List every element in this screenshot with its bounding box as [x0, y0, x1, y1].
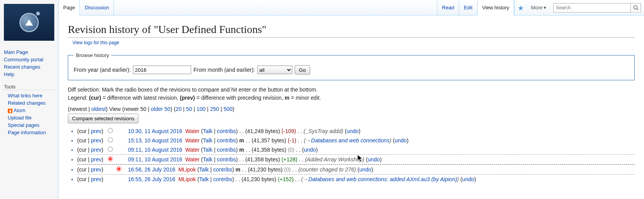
diff-radio-new[interactable] [116, 166, 121, 171]
revision-row: (cur | prev) 10:30, 11 August 2016 Water… [77, 126, 635, 136]
tab-page[interactable]: Page [59, 0, 80, 16]
section-link[interactable]: Databases and web connections: added AXm… [308, 176, 457, 182]
contribs-link[interactable]: contribs [213, 166, 232, 173]
tool-link[interactable]: Related changes [8, 100, 46, 106]
tool-link[interactable]: Upload file [8, 115, 31, 121]
talk-link[interactable]: Talk [203, 147, 212, 153]
revision-row: (cur | prev) 09:11, 10 August 2016 Water… [77, 154, 635, 164]
byte-delta: (0) [284, 166, 291, 173]
compare-button[interactable]: Compare selected revisions [68, 114, 138, 123]
diff-radio-old[interactable] [108, 128, 113, 133]
prev-link[interactable]: prev [91, 147, 102, 153]
undo-link[interactable]: undo [462, 176, 474, 182]
contribs-link[interactable]: contribs [213, 176, 232, 182]
view-logs-link[interactable]: View logs for this page [73, 40, 635, 45]
pp-50[interactable]: 50 [186, 106, 192, 112]
undo-link[interactable]: undo [368, 156, 380, 163]
minor-flag: m [236, 166, 240, 173]
revision-timestamp[interactable]: 09:11, 10 August 2016 [128, 147, 182, 153]
nav-link[interactable]: Main Page [4, 49, 28, 55]
revision-row: (cur | prev) 09:11, 10 August 2016 Water… [77, 145, 635, 154]
nav-link[interactable]: Community portal [4, 57, 43, 62]
bytes: 41,230 bytes [250, 166, 281, 173]
byte-delta: (+152) [278, 176, 294, 182]
search-button[interactable] [631, 3, 641, 12]
user-link[interactable]: MLipok [178, 176, 196, 182]
revision-timestamp[interactable]: 16:55, 26 July 2016 [128, 176, 175, 182]
year-input[interactable] [133, 66, 191, 74]
user-link[interactable]: Water [185, 147, 200, 153]
site-logo[interactable] [4, 4, 54, 41]
bytes: 41,230 bytes [243, 176, 275, 182]
revision-timestamp[interactable]: 15:13, 10 August 2016 [128, 137, 182, 144]
talk-link[interactable]: Talk [203, 137, 212, 144]
minor-flag: m [239, 147, 244, 153]
month-select[interactable]: all [257, 66, 292, 74]
user-link[interactable]: Water [185, 156, 200, 163]
user-link[interactable]: MLipok [178, 166, 196, 173]
tab-discussion[interactable]: Discussion [80, 0, 114, 15]
tools-links: What links hereRelated changes▮AtomUploa… [0, 90, 58, 136]
prev-link[interactable]: prev [91, 156, 102, 163]
bytes: 41,358 bytes [254, 147, 285, 153]
go-button[interactable]: Go [295, 65, 310, 74]
pp-500[interactable]: 500 [223, 106, 232, 112]
section-link[interactable]: Databases and web connections [311, 137, 389, 144]
undo-link[interactable]: undo [347, 128, 359, 134]
tool-link[interactable]: Page information [8, 130, 46, 135]
diff-radio-old[interactable] [108, 137, 113, 142]
svg-line-1 [637, 9, 638, 10]
revision-row: (cur | prev) 15:13, 10 August 2016 Water… [77, 136, 635, 145]
user-link[interactable]: Water [185, 128, 200, 134]
diff-radio-old[interactable] [108, 147, 113, 152]
prev-link[interactable]: prev [91, 128, 102, 134]
talk-link[interactable]: Talk [199, 166, 209, 173]
browse-history-fieldset: Browse history From year (and earlier): … [68, 52, 635, 80]
tool-link[interactable]: What links here [8, 93, 43, 99]
talk-link[interactable]: Talk [199, 176, 209, 182]
user-link[interactable]: Water [185, 137, 200, 144]
revision-timestamp[interactable]: 09:11, 10 August 2016 [128, 156, 182, 163]
watch-star-icon[interactable]: ★ [514, 0, 527, 15]
revision-row: (cur | prev) 16:55, 26 July 2016 MLipok … [77, 175, 635, 184]
from-month-label: From month (and earlier): [193, 67, 255, 73]
talk-link[interactable]: Talk [203, 128, 212, 134]
more-dropdown[interactable]: More ▾ [527, 0, 550, 15]
contribs-link[interactable]: contribs [217, 156, 236, 163]
diff-instructions: Diff selection: Mark the radio boxes of … [68, 86, 635, 102]
tab-edit[interactable]: Edit [459, 0, 477, 15]
tool-link[interactable]: Special pages [8, 122, 40, 128]
undo-link[interactable]: undo [359, 166, 371, 173]
contribs-link[interactable]: contribs [217, 128, 236, 134]
revision-timestamp[interactable]: 10:30, 11 August 2016 [128, 128, 182, 134]
contribs-link[interactable]: contribs [217, 137, 236, 144]
feed-icon: ▮ [8, 109, 12, 113]
undo-link[interactable]: undo [395, 137, 407, 144]
search-input[interactable] [553, 3, 631, 12]
oldest-link[interactable]: oldest [91, 106, 105, 112]
tools-heading: Tools [2, 84, 56, 90]
contribs-link[interactable]: contribs [217, 147, 236, 153]
prev-link[interactable]: prev [91, 137, 102, 144]
svg-point-0 [634, 5, 637, 9]
tab-read[interactable]: Read [437, 0, 459, 15]
nav-link[interactable]: Help [4, 71, 14, 77]
prev-link[interactable]: prev [91, 176, 102, 182]
prev-link[interactable]: prev [91, 166, 102, 173]
tab-view-history[interactable]: View history [478, 0, 515, 16]
nav-link[interactable]: Recent changes [4, 64, 40, 70]
older50-link[interactable]: older 50 [151, 106, 171, 112]
talk-link[interactable]: Talk [203, 156, 212, 163]
bytes: 41,357 bytes [254, 137, 285, 144]
pp-20[interactable]: 20 [176, 106, 182, 112]
pp-250[interactable]: 250 [210, 106, 219, 112]
diff-radio-old[interactable] [108, 156, 113, 161]
pp-100[interactable]: 100 [197, 106, 205, 112]
bytes: 41,358 bytes [247, 156, 278, 163]
pager: (newest | oldest) View (newer 50 | older… [68, 106, 635, 112]
byte-delta: (0) [288, 147, 294, 153]
tool-link[interactable]: Atom [14, 107, 25, 113]
revision-timestamp[interactable]: 16:56, 26 July 2016 [128, 166, 175, 173]
page-title: Revision history of "User Defined Functi… [68, 23, 635, 38]
undo-link[interactable]: undo [304, 147, 316, 153]
